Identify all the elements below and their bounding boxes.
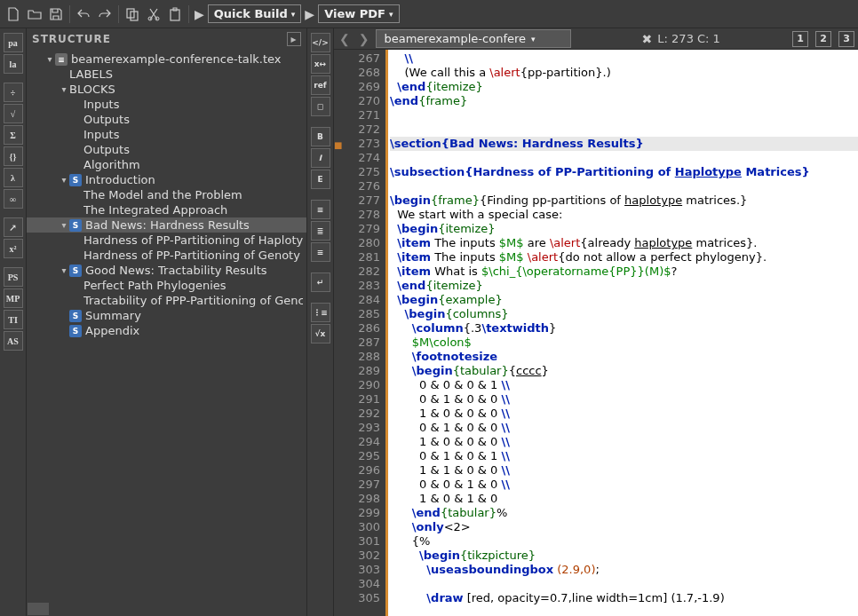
section-icon: S — [69, 325, 82, 337]
tree-label: Inputs — [83, 98, 119, 111]
tree-label: Good News: Tractability Results — [85, 264, 267, 277]
tree-label: The Integrated Approach — [83, 203, 227, 217]
tree-row[interactable]: ▾SGood News: Tractability Results — [27, 263, 306, 278]
undo-icon[interactable] — [74, 4, 93, 24]
left-align-icon[interactable]: ≡ — [311, 200, 330, 219]
symbol-mp-icon[interactable]: MP — [4, 288, 23, 308]
copy-icon[interactable] — [123, 4, 142, 24]
open-file-icon[interactable] — [25, 4, 44, 24]
tree-row[interactable]: ▾SBad News: Hardness Results — [27, 217, 306, 233]
symbol-frac-icon[interactable]: ÷ — [4, 83, 23, 102]
ref-icon[interactable]: ref — [311, 75, 330, 95]
tree-row[interactable]: Inputs — [27, 127, 306, 142]
structure-panel: STRUCTURE ▸ ▾≡beamerexample-conference-t… — [27, 28, 307, 616]
tree-label: Tractability of PPP-Partitioning of Genc — [83, 294, 303, 307]
symbol-ps-icon[interactable]: PS — [4, 267, 23, 287]
tree-label: Summary — [85, 309, 141, 322]
tree-row[interactable]: SAppendix — [27, 323, 306, 338]
nav-back-icon[interactable]: ❮ — [338, 32, 352, 46]
tree-label: Hardness of PP-Partitioning of Genoty — [83, 249, 300, 262]
symbol-label-icon[interactable]: la — [4, 54, 23, 74]
newline-icon[interactable]: ↵ — [311, 272, 330, 292]
tree-label: Hardness of PP-Partitioning of Haploty — [83, 233, 303, 247]
tree-row[interactable]: The Integrated Approach — [27, 202, 306, 217]
editor-header: ❮ ❯ beamerexample-confere▾ ✖ L: 273 C: 1… — [334, 28, 858, 50]
bookmark-2[interactable]: 2 — [815, 31, 831, 47]
cursor-position: L: 273 C: 1 — [657, 32, 720, 45]
tree-row[interactable]: Outputs — [27, 112, 306, 127]
tree-row[interactable]: ▾≡beamerexample-conference-talk.tex — [27, 51, 306, 67]
separator — [188, 5, 189, 23]
structure-toggle-icon[interactable]: ▸ — [287, 32, 301, 46]
tree-row[interactable]: LABELS — [27, 67, 306, 82]
tree-row[interactable]: Inputs — [27, 97, 306, 112]
code-text[interactable]: \\ (We call this a \alert{pp-partition}.… — [385, 50, 858, 616]
build-play-icon[interactable]: ▶ — [195, 7, 204, 21]
separator — [118, 5, 119, 23]
view-play-icon[interactable]: ▶ — [305, 7, 314, 21]
list-icon[interactable]: ⋮≡ — [311, 303, 330, 322]
tree-label: BLOCKS — [69, 83, 115, 96]
build-combo[interactable]: Quick Build▾ — [208, 4, 302, 23]
symbol-as-icon[interactable]: AS — [4, 331, 23, 351]
file-tab[interactable]: beamerexample-confere▾ — [376, 29, 571, 48]
center-align-icon[interactable]: ≣ — [311, 221, 330, 241]
symbol-arrow-icon[interactable]: ↗ — [4, 217, 23, 237]
tree-label: Perfect Path Phylogenies — [83, 279, 226, 292]
chevron-down-icon: ▾ — [389, 10, 393, 19]
svg-rect-4 — [171, 10, 179, 20]
tree-row[interactable]: Algorithm — [27, 157, 306, 172]
tag-icon[interactable]: </> — [311, 33, 330, 52]
tree-row[interactable]: ▾BLOCKS — [27, 82, 306, 97]
file-icon: ≡ — [55, 53, 68, 66]
symbol-part-icon[interactable]: pa — [4, 33, 23, 52]
bold-icon[interactable]: B — [311, 127, 330, 146]
tree-label: LABELS — [69, 67, 113, 81]
paste-icon[interactable] — [165, 4, 185, 24]
structure-hscrollbar[interactable] — [27, 602, 306, 616]
tree-row[interactable]: Hardness of PP-Partitioning of Haploty — [27, 233, 306, 248]
tree-row[interactable]: The Model and the Problem — [27, 187, 306, 202]
close-tab-icon[interactable]: ✖ — [642, 32, 653, 46]
chevron-down-icon: ▾ — [291, 10, 296, 19]
view-combo[interactable]: View PDF▾ — [318, 4, 399, 23]
separator — [69, 5, 70, 23]
symbol-brace-icon[interactable]: {} — [4, 146, 23, 166]
tree-label: Bad News: Hardness Results — [85, 218, 250, 232]
cut-icon[interactable] — [144, 4, 163, 24]
line-gutter: 2672682692702712722732742752762772782792… — [334, 50, 385, 616]
symbol-exp-icon[interactable]: x² — [4, 239, 23, 258]
env-icon[interactable]: ◻ — [311, 97, 330, 116]
tree-label: Appendix — [85, 324, 139, 337]
tree-row[interactable]: Perfect Path Phylogenies — [27, 278, 306, 293]
tree-label: Algorithm — [83, 158, 140, 171]
section-icon: S — [69, 174, 82, 186]
new-file-icon[interactable] — [4, 4, 23, 24]
code-editor[interactable]: 2672682692702712722732742752762772782792… — [334, 50, 858, 616]
redo-icon[interactable] — [95, 4, 115, 24]
symbol-sqrt-icon[interactable]: √ — [4, 104, 23, 123]
structure-tree[interactable]: ▾≡beamerexample-conference-talk.texLABEL… — [27, 50, 306, 602]
tree-row[interactable]: Tractability of PPP-Partitioning of Genc — [27, 293, 306, 308]
save-icon[interactable] — [46, 4, 66, 24]
nav-fwd-icon[interactable]: ❯ — [357, 32, 371, 46]
symbol-infty-icon[interactable]: ∞ — [4, 189, 23, 209]
main-toolbar: ▶ Quick Build▾ ▶ View PDF▾ — [0, 0, 858, 28]
tree-row[interactable]: ▾SIntroduction — [27, 172, 306, 187]
symbol-lambda-icon[interactable]: λ — [4, 168, 23, 187]
tree-row[interactable]: Outputs — [27, 142, 306, 157]
emph-icon[interactable]: E — [311, 170, 330, 189]
bookmark-3[interactable]: 3 — [838, 31, 854, 47]
editor-side-strip: </> x↔ ref ◻ B I E ≡ ≣ ≡ ↵ ⋮≡ √x — [307, 28, 334, 616]
tree-row[interactable]: Hardness of PP-Partitioning of Genoty — [27, 248, 306, 263]
structure-title: STRUCTURE — [32, 33, 111, 45]
tree-label: Outputs — [83, 113, 130, 126]
xref-icon[interactable]: x↔ — [311, 54, 330, 74]
math-icon[interactable]: √x — [311, 324, 330, 344]
symbol-ti-icon[interactable]: TI — [4, 310, 23, 329]
tree-row[interactable]: SSummary — [27, 308, 306, 323]
italic-icon[interactable]: I — [311, 148, 330, 168]
bookmark-1[interactable]: 1 — [792, 31, 808, 47]
symbol-sum-icon[interactable]: Σ — [4, 125, 23, 145]
right-align-icon[interactable]: ≡ — [311, 242, 330, 262]
